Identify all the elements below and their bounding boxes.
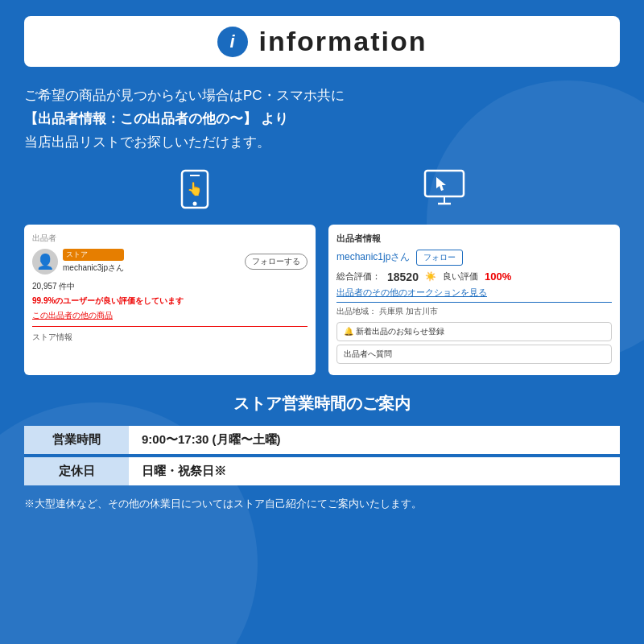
left-sc-label: 出品者 bbox=[32, 233, 308, 244]
svg-marker-8 bbox=[436, 177, 446, 191]
desc-line3: 当店出品リストでお探しいただけます。 bbox=[24, 131, 620, 155]
rating-number: 18520 bbox=[387, 270, 419, 283]
device-icons-row: 👆 bbox=[24, 169, 620, 217]
svg-text:👆: 👆 bbox=[187, 181, 203, 196]
left-stats: 20,957 件中 bbox=[32, 281, 308, 292]
right-rating-row: 総合評価： 18520 ☀️ 良い評価 100% bbox=[336, 270, 612, 283]
svg-rect-4 bbox=[425, 171, 464, 196]
avatar: 👤 bbox=[32, 249, 58, 275]
ask-seller-button[interactable]: 出品者へ質問 bbox=[336, 345, 612, 364]
mobile-icon: 👆 bbox=[179, 169, 211, 217]
screenshots-row: 出品者 👤 ストア mechanic3jpさん フォローする 20,957 件中… bbox=[24, 225, 620, 375]
hours-label-0: 営業時間 bbox=[24, 426, 129, 456]
left-other-products-link[interactable]: この出品者の他の商品 bbox=[32, 310, 308, 327]
header-box: i information bbox=[24, 16, 620, 67]
store-badge: ストア bbox=[63, 249, 124, 261]
info-icon: i bbox=[217, 27, 248, 57]
desc-line1: ご希望の商品が見つからない場合はPC・スマホ共に bbox=[24, 85, 620, 108]
store-hours-title: ストア営業時間のご案内 bbox=[24, 393, 620, 415]
left-rating: 99.9%のユーザーが良い評価をしています bbox=[32, 295, 308, 307]
desc-line2: 【出品者情報：この出品者の他の〜】 より bbox=[24, 108, 620, 131]
seller-name-left: mechanic3jpさん bbox=[63, 262, 124, 274]
hours-value-0: 9:00〜17:30 (月曜〜土曜) bbox=[129, 426, 620, 456]
page-title: information bbox=[259, 26, 427, 57]
hours-table: 営業時間 9:00〜17:30 (月曜〜土曜) 定休日 日曜・祝祭日※ bbox=[24, 426, 620, 485]
hours-label-1: 定休日 bbox=[24, 456, 129, 485]
good-percentage: 100% bbox=[485, 270, 511, 283]
table-row: 定休日 日曜・祝祭日※ bbox=[24, 456, 620, 485]
svg-point-2 bbox=[193, 201, 197, 205]
new-listing-notification-button[interactable]: 🔔 新着出品のお知らせ登録 bbox=[336, 322, 612, 341]
main-container: i information ご希望の商品が見つからない場合はPC・スマホ共に 【… bbox=[0, 0, 644, 527]
follow-button-right[interactable]: フォロー bbox=[416, 250, 463, 266]
table-row: 営業時間 9:00〜17:30 (月曜〜土曜) bbox=[24, 426, 620, 456]
left-screenshot: 出品者 👤 ストア mechanic3jpさん フォローする 20,957 件中… bbox=[24, 225, 316, 375]
left-store-info: ストア情報 bbox=[32, 332, 308, 343]
follow-button-left[interactable]: フォローする bbox=[245, 254, 308, 270]
desktop-icon bbox=[423, 169, 465, 217]
footer-note: ※大型連休など、その他の休業日についてはストア自己紹介にてご案内いたします。 bbox=[24, 497, 620, 511]
hours-value-1: 日曜・祝祭日※ bbox=[129, 456, 620, 485]
left-seller-row: 👤 ストア mechanic3jpさん フォローする bbox=[32, 249, 308, 275]
sun-icon: ☀️ bbox=[425, 271, 436, 282]
auction-link[interactable]: 出品者のその他のオークションを見る bbox=[336, 287, 612, 303]
right-seller-name: mechanic1jpさん bbox=[336, 250, 410, 264]
right-screenshot: 出品者情報 mechanic1jpさん フォロー 総合評価： 18520 ☀️ … bbox=[328, 225, 620, 375]
right-sc-title: 出品者情報 bbox=[336, 233, 612, 245]
right-location: 出品地域： 兵庫県 加古川市 bbox=[336, 306, 612, 317]
right-seller-row: mechanic1jpさん フォロー bbox=[336, 250, 612, 266]
description-block: ご希望の商品が見つからない場合はPC・スマホ共に 【出品者情報：この出品者の他の… bbox=[24, 85, 620, 155]
